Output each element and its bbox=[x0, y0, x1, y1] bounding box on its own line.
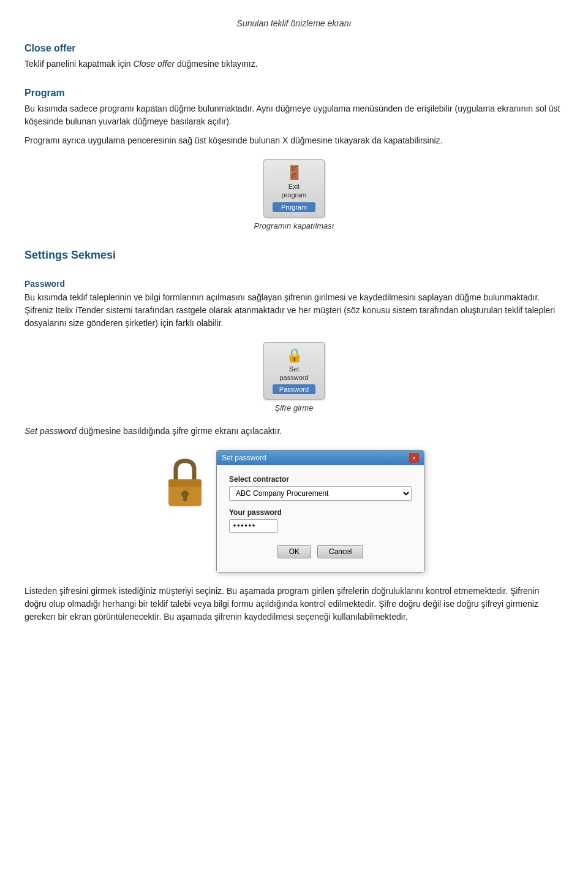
password-row: Your password bbox=[229, 508, 412, 533]
dialog-footer: OK Cancel bbox=[229, 540, 412, 562]
set-password-button[interactable]: 🔒 Setpassword Password bbox=[263, 342, 325, 400]
lock-image bbox=[164, 456, 206, 513]
exit-program-label: Exitprogram bbox=[282, 182, 307, 200]
dialog-cancel-button[interactable]: Cancel bbox=[317, 545, 363, 558]
password-caption: Şifre girme bbox=[275, 403, 314, 413]
exit-program-bar: Program bbox=[273, 202, 315, 212]
close-offer-heading: Close offer bbox=[24, 43, 564, 54]
program-section: Program Bu kısımda sadece programı kapat… bbox=[24, 88, 564, 230]
settings-section: Settings Sekmesi Password Bu kısımda tek… bbox=[24, 249, 564, 624]
contractor-select[interactable]: ABC Company Procurement bbox=[229, 486, 412, 501]
svg-rect-3 bbox=[183, 495, 187, 501]
dialog-with-lock-container: Set password × Select contractor ABC Com… bbox=[164, 450, 424, 572]
set-password-bar: Password bbox=[273, 384, 315, 394]
settings-heading: Settings Sekmesi bbox=[24, 249, 564, 262]
dialog-close-button[interactable]: × bbox=[409, 453, 419, 463]
svg-rect-1 bbox=[168, 479, 202, 487]
contractor-row: Select contractor ABC Company Procuremen… bbox=[229, 475, 412, 501]
password-description2: Set password düğmesine basıldığında şifr… bbox=[24, 425, 564, 438]
set-password-label: Setpassword bbox=[279, 365, 308, 382]
dialog-ok-button[interactable]: OK bbox=[277, 545, 311, 558]
program-caption: Programın kapatılması bbox=[254, 221, 334, 230]
set-password-icon: 🔒 bbox=[286, 348, 303, 363]
exit-program-button[interactable]: 🚪 Exitprogram Program bbox=[263, 159, 325, 218]
dialog-block: Set password × Select contractor ABC Com… bbox=[24, 450, 564, 572]
program-description1: Bu kısımda sadece programı kapatan düğme… bbox=[24, 102, 564, 128]
password-input[interactable] bbox=[229, 519, 278, 533]
close-offer-description: Teklif panelini kapatmak için Close offe… bbox=[24, 58, 564, 70]
dialog-title: Set password bbox=[222, 454, 266, 462]
password-button-block: 🔒 Setpassword Password Şifre girme bbox=[24, 342, 564, 413]
program-heading: Program bbox=[24, 88, 564, 99]
password-heading: Password bbox=[24, 279, 564, 289]
final-text: Listeden şifresini girmek istediğiniz mü… bbox=[24, 585, 564, 623]
program-button-block: 🚪 Exitprogram Program Programın kapatılm… bbox=[24, 159, 564, 230]
close-offer-section: Close offer Teklif panelini kapatmak içi… bbox=[24, 43, 564, 70]
exit-program-icon: 🚪 bbox=[286, 165, 303, 181]
page-title: Sunulan teklif önizleme ekranı bbox=[24, 18, 564, 28]
your-password-label: Your password bbox=[229, 508, 412, 517]
set-password-dialog: Set password × Select contractor ABC Com… bbox=[216, 450, 424, 572]
password-section: Password Bu kısımda teklif taleplerinin … bbox=[24, 279, 564, 624]
dialog-body: Select contractor ABC Company Procuremen… bbox=[217, 465, 424, 572]
program-description2: Programı ayrıca uygulama penceresinin sa… bbox=[24, 134, 564, 147]
contractor-label: Select contractor bbox=[229, 475, 412, 484]
dialog-titlebar: Set password × bbox=[217, 451, 424, 465]
password-description1: Bu kısımda teklif taleplerinin ve bilgi … bbox=[24, 291, 564, 330]
